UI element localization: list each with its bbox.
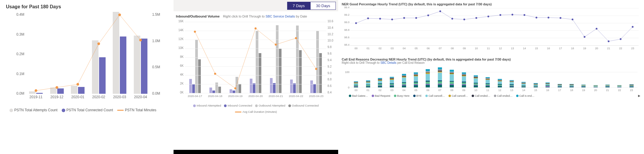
legend-inout: Inbound Attemptted Inbound Connected Out… bbox=[176, 104, 336, 113]
svg-point-4 bbox=[118, 14, 121, 16]
svg-point-28 bbox=[355, 22, 357, 24]
cer-title: Call End Reasons Decreasing NER Hourly T… bbox=[342, 58, 640, 61]
svg-point-44 bbox=[548, 17, 549, 18]
svg-point-32 bbox=[403, 17, 405, 19]
legend-180: PSTN Total Attempts Count PSTN Total Con… bbox=[9, 108, 171, 112]
lg-ce2: Call ended… bbox=[494, 94, 513, 97]
lg-cc2: Call cancell… bbox=[449, 94, 468, 97]
svg-point-41 bbox=[511, 14, 513, 15]
legend-avg-dur: Avg Call Duration (minutes) bbox=[235, 110, 277, 113]
svg-point-16 bbox=[214, 73, 216, 75]
range-toggle: 7 Days 30 Days bbox=[287, 2, 336, 10]
toggle-7days[interactable]: 7 Days bbox=[287, 2, 310, 10]
panel-usage-180: Usage for Past 180 Days 2019-112019-1220… bbox=[0, 0, 174, 154]
legend-out-conn: Outbound Connected bbox=[288, 104, 319, 107]
svg-point-35 bbox=[439, 10, 441, 12]
chart-inout-volume: 2020-04-172020-04-182020-04-192020-04-20… bbox=[176, 21, 336, 101]
svg-point-31 bbox=[391, 19, 393, 20]
svg-point-15 bbox=[194, 31, 196, 33]
svg-point-38 bbox=[476, 17, 477, 19]
svg-point-40 bbox=[500, 14, 501, 16]
inout-subtitle: Right click to Drill Through to SBC Serv… bbox=[223, 15, 307, 18]
inout-title: Inbound/Outbound Volume bbox=[176, 15, 220, 18]
svg-point-34 bbox=[427, 15, 429, 16]
ner-title: NER Good Percentage Hourly Trend (UTC) (… bbox=[342, 2, 640, 6]
svg-point-17 bbox=[234, 87, 236, 89]
legend-scroll-right-icon[interactable]: ▶ bbox=[638, 94, 640, 97]
lg-busy-here: Busy Here bbox=[394, 94, 410, 97]
svg-point-19 bbox=[275, 44, 277, 46]
svg-point-39 bbox=[487, 16, 489, 18]
legend-in-conn: Inbound Connected bbox=[224, 104, 252, 107]
panel-right: NER Good Percentage Hourly Trend (UTC) (… bbox=[338, 0, 644, 154]
svg-point-21 bbox=[315, 68, 317, 70]
svg-point-30 bbox=[379, 18, 381, 20]
link-sbc-details[interactable]: SBC Details bbox=[380, 61, 396, 64]
top-strip: 7 Days 30 Days bbox=[174, 0, 338, 11]
chart-call-end-reasons: 0001020304050607080910111213141516171819… bbox=[350, 67, 640, 93]
svg-point-36 bbox=[451, 18, 453, 20]
chart-usage-180: 2019-112019-122020-012020-022020-032020-… bbox=[15, 15, 162, 104]
svg-point-48 bbox=[596, 28, 597, 30]
lg-bad-request: Bad Request bbox=[372, 94, 390, 97]
inout-heading: Inbound/Outbound Volume Right click to D… bbox=[176, 14, 336, 18]
svg-point-3 bbox=[97, 42, 100, 45]
legend-out-att: Outbound Attemptted bbox=[255, 104, 285, 107]
svg-point-0 bbox=[35, 89, 37, 92]
svg-point-20 bbox=[295, 37, 297, 39]
cer-subtitle: Right click to Drill Through to SBC Deta… bbox=[342, 61, 640, 64]
lg-bad-gateway: Bad Gatew… bbox=[349, 94, 368, 97]
svg-point-49 bbox=[608, 40, 610, 42]
legend-connected: PSTN Total Connected Count bbox=[62, 108, 113, 112]
legend-attempts: PSTN Total Attempts Count bbox=[9, 108, 58, 112]
svg-point-29 bbox=[367, 18, 369, 19]
lg-bye: BYE bbox=[413, 94, 422, 97]
lg-ce1: Call ended… bbox=[472, 94, 490, 97]
svg-point-46 bbox=[572, 19, 573, 20]
legend-call-end: Bad Gatew… Bad Request Busy Here BYE Cal… bbox=[349, 94, 640, 97]
svg-point-45 bbox=[559, 17, 561, 19]
svg-point-1 bbox=[55, 86, 58, 89]
svg-point-2 bbox=[77, 83, 79, 86]
link-sbc-service-details[interactable]: SBC Service Details bbox=[265, 15, 295, 18]
legend-minutes: PSTN Total Minutes bbox=[117, 108, 156, 112]
chart-ner-hourly: 0001020304050607080910111213141516171819… bbox=[350, 8, 640, 52]
lg-cie: Call is end… bbox=[516, 94, 535, 97]
svg-point-43 bbox=[535, 17, 537, 18]
title-180: Usage for Past 180 Days bbox=[6, 4, 171, 9]
lg-cc1: Call cancell… bbox=[425, 94, 445, 97]
svg-point-47 bbox=[584, 36, 586, 38]
panel-inout-volume: 7 Days 30 Days Inbound/Outbound Volume R… bbox=[174, 0, 338, 154]
legend-in-att: Inbound Attemptted bbox=[193, 104, 221, 107]
toggle-30days[interactable]: 30 Days bbox=[310, 2, 336, 10]
bottom-black-strip bbox=[174, 150, 338, 154]
svg-point-33 bbox=[415, 17, 417, 19]
svg-point-37 bbox=[463, 19, 465, 20]
svg-point-42 bbox=[524, 14, 525, 16]
svg-point-50 bbox=[620, 38, 621, 40]
svg-point-5 bbox=[139, 39, 142, 42]
svg-point-51 bbox=[632, 26, 634, 28]
svg-point-18 bbox=[255, 27, 257, 29]
